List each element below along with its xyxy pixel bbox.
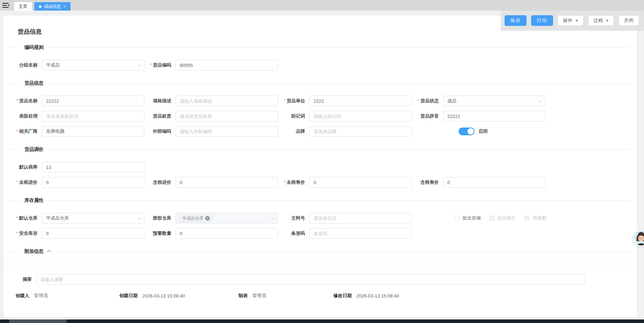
field-unit: *货品单位 xyxy=(278,96,412,106)
process-dropdown-button[interactable]: 过程 xyxy=(588,15,614,26)
required-mark: * xyxy=(16,129,18,134)
field-mnemonic: 助记词 xyxy=(278,111,412,121)
tab-label: 成品信息 xyxy=(44,4,61,10)
sale-price-inc-input[interactable] xyxy=(443,177,546,188)
main-material-input[interactable] xyxy=(309,213,412,223)
section-additional: 附加信息 xyxy=(11,248,630,255)
chevron-up-icon[interactable] xyxy=(47,250,51,254)
tab-bar: 主页 成品信息 × xyxy=(0,0,644,11)
select-value: 半成品仓库 xyxy=(46,215,69,221)
enabled-toggle[interactable] xyxy=(459,128,475,135)
required-mark: * xyxy=(150,62,152,68)
section-title: 货品调价 xyxy=(24,146,44,153)
scrollbar-thumb[interactable] xyxy=(9,319,67,323)
field-pinyin: 货品拼音 xyxy=(412,111,546,121)
product-form-card: 货品信息 编码规则 分组名称 半成品 *货品编码 货品信息 *货品名称 规 xyxy=(4,16,637,317)
select-value: 半成品 xyxy=(46,62,60,68)
close-button[interactable]: 关闭 xyxy=(619,15,639,26)
field-enabled: 启用 xyxy=(412,126,546,137)
record-meta: 创建人 管理员 创建日期 2026-03-13 15:08:40 制表 管理员 … xyxy=(11,293,630,299)
tab-label: 主页 xyxy=(19,4,27,10)
section-coding-rules: 编码规则 xyxy=(11,44,630,51)
field-brand: 品牌 xyxy=(278,126,412,137)
close-icon[interactable]: × xyxy=(63,4,66,8)
menu-fold-icon[interactable] xyxy=(0,0,12,11)
field-default-warehouse: *默认仓库 半成品仓库 xyxy=(11,213,144,223)
field-product-name: *货品名称 xyxy=(11,96,144,106)
tax-rate-input[interactable] xyxy=(42,162,144,172)
print-button[interactable]: 打印 xyxy=(531,15,553,26)
field-auth-warehouse: 授权仓库 半成品仓库 × xyxy=(144,213,278,223)
meta-modify-date: 修改日期 2026-03-13 15:08:40 xyxy=(333,293,399,299)
summary-input[interactable] xyxy=(36,274,585,285)
caret-down-icon xyxy=(575,20,578,22)
vendor-input[interactable] xyxy=(42,126,144,137)
save-button[interactable]: 保存 xyxy=(505,15,527,26)
unit-input[interactable] xyxy=(309,96,412,106)
sale-price-ex-input[interactable] xyxy=(309,177,412,188)
field-purchase-price-ex: *未税进价 xyxy=(11,177,144,188)
process-label: 过程 xyxy=(593,17,603,24)
horizontal-scrollbar[interactable] xyxy=(0,319,644,323)
field-purchase-price-inc: 含税进价 xyxy=(144,177,278,188)
meta-tabulator: 制表 管理员 xyxy=(238,293,333,299)
tab-list: 主页 成品信息 × xyxy=(14,2,70,11)
field-main-material: 主料号 xyxy=(278,213,412,223)
material-input[interactable] xyxy=(176,111,278,121)
warning-qty-input[interactable] xyxy=(176,228,278,239)
field-sale-price-inc: 含税售价 xyxy=(412,177,546,188)
auth-warehouse-multiselect[interactable]: 半成品仓库 × xyxy=(176,213,278,223)
purchase-price-inc-input[interactable] xyxy=(176,177,278,188)
field-product-code: *货品编码 xyxy=(144,60,278,70)
field-tax-rate: 默认税率 xyxy=(11,162,144,172)
checkbox-batch-independent: 批次独立 xyxy=(489,215,516,221)
field-surface: 表面处理 xyxy=(11,111,144,121)
vertical-scrollbar[interactable] xyxy=(639,11,643,319)
inventory-grid: *默认仓库 半成品仓库 授权仓库 半成品仓库 × 主料号 批次存储 xyxy=(11,213,630,243)
required-mark: * xyxy=(284,98,286,103)
meta-creator: 创建人 管理员 xyxy=(16,293,119,299)
barcode-input[interactable] xyxy=(309,228,412,239)
field-external-code: 外部编码 xyxy=(144,126,278,137)
group-name-select[interactable]: 半成品 xyxy=(42,60,144,70)
required-mark: * xyxy=(418,98,419,103)
actions-dropdown-button[interactable]: 操作 xyxy=(558,15,583,26)
surface-input[interactable] xyxy=(42,111,144,121)
field-barcode: 条形码 xyxy=(278,228,412,239)
brand-input[interactable] xyxy=(309,126,412,137)
field-status: *货品状态 成品 xyxy=(412,96,546,106)
dot-icon xyxy=(39,5,41,8)
field-safety-stock: *安全库存 xyxy=(11,228,144,239)
meta-create-date: 创建日期 2026-03-13 15:08:40 xyxy=(119,293,238,299)
status-select[interactable]: 成品 xyxy=(443,96,546,106)
section-title[interactable]: 附加信息 xyxy=(24,248,44,255)
tag-close-icon[interactable]: × xyxy=(205,216,210,221)
tab-product-info[interactable]: 成品信息 × xyxy=(34,2,70,11)
pinyin-input[interactable] xyxy=(443,111,546,121)
tab-home[interactable]: 主页 xyxy=(14,2,32,11)
spec-desc-input[interactable] xyxy=(176,96,278,106)
caret-down-icon xyxy=(606,20,609,22)
required-mark: * xyxy=(16,215,18,221)
mnemonic-input[interactable] xyxy=(309,111,412,121)
batch-checkbox-group: 批次存储 批次独立 有效期 xyxy=(412,213,546,223)
section-product-info: 货品信息 xyxy=(11,80,630,86)
external-code-input[interactable] xyxy=(176,126,278,137)
field-material: 货品材质 xyxy=(144,111,278,121)
section-title: 库存属性 xyxy=(24,197,44,204)
product-name-input[interactable] xyxy=(42,96,144,106)
chevron-down-icon xyxy=(137,63,141,67)
purchase-price-ex-input[interactable] xyxy=(42,177,144,188)
checkbox-validity: 有效期 xyxy=(524,215,546,221)
safety-stock-input[interactable] xyxy=(42,228,144,239)
checkbox-batch-storage[interactable]: 批次存储 xyxy=(454,215,481,221)
product-code-input[interactable] xyxy=(176,60,278,70)
required-mark: * xyxy=(16,180,18,185)
warehouse-tag: 半成品仓库 × xyxy=(180,214,212,222)
required-mark: * xyxy=(16,98,18,103)
toggle-label: 启用 xyxy=(478,128,488,135)
required-mark: * xyxy=(16,231,18,236)
default-warehouse-select[interactable]: 半成品仓库 xyxy=(42,213,144,223)
action-toolbar: 保存 打印 操作 过程 关闭 xyxy=(501,11,644,30)
field-spec-desc: 规格描述 xyxy=(144,96,278,106)
